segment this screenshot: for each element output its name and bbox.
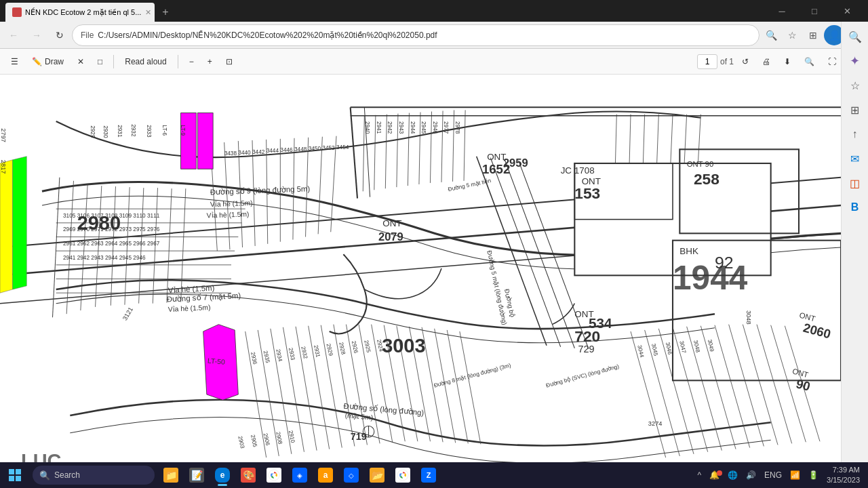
tabs-area: NỀN KDC Ecotow 2 mặt tiền ql 5... ✕ + xyxy=(5,0,766,22)
pdf-page-controls: of 1 xyxy=(697,54,734,69)
pdf-draw-button[interactable]: ✏️ Draw xyxy=(26,52,69,71)
svg-text:2963: 2963 xyxy=(91,241,104,247)
taskbar-app-folder[interactable]: 📂 xyxy=(365,463,389,487)
tray-wifi[interactable]: 📶 xyxy=(787,470,803,480)
taskbar-app-chrome2[interactable] xyxy=(391,463,415,487)
svg-text:2946: 2946 xyxy=(432,121,438,134)
taskbar-app-amazon[interactable]: a xyxy=(313,463,338,487)
pdf-zoom-in-button[interactable]: + xyxy=(202,52,218,71)
sidebar-office-button[interactable]: ◫ xyxy=(844,172,866,194)
taskbar-search-icon: 🔍 xyxy=(39,470,50,481)
back-button[interactable]: ← xyxy=(3,24,24,46)
taskbar-search-box[interactable]: 🔍 Search xyxy=(33,466,155,485)
favorites-icon-button[interactable]: ☆ xyxy=(782,25,802,45)
taskbar-app-dropbox2[interactable]: ◇ xyxy=(339,463,363,487)
pdf-page-input[interactable] xyxy=(697,54,717,69)
active-tab[interactable]: NỀN KDC Ecotow 2 mặt tiền ql 5... ✕ xyxy=(5,3,155,22)
taskbar-app-zalo[interactable]: Z xyxy=(416,463,441,487)
svg-text:2944: 2944 xyxy=(105,255,118,261)
svg-rect-87 xyxy=(197,113,213,169)
svg-text:2930: 2930 xyxy=(102,125,108,138)
pdf-eraser-button[interactable]: ✕ xyxy=(72,52,90,71)
pdf-full-button[interactable]: ⛶ xyxy=(823,52,842,71)
pdf-zoom-out-button[interactable]: − xyxy=(184,52,199,71)
svg-text:LT-6: LT-6 xyxy=(161,125,167,136)
sidebar-search-button[interactable]: 🔍 xyxy=(844,26,866,47)
svg-text:2945: 2945 xyxy=(119,255,132,261)
pdf-menu-button[interactable]: ☰ xyxy=(5,52,24,71)
svg-text:ONT: ONT xyxy=(382,218,401,228)
sidebar-copilot-button[interactable]: ✦ xyxy=(844,50,866,72)
svg-text:3438: 3438 xyxy=(224,150,237,157)
folder-icon: 📂 xyxy=(370,468,384,483)
zoom-icon-button[interactable]: 🔍 xyxy=(761,25,781,45)
svg-text:2977: 2977 xyxy=(443,121,449,134)
svg-text:3444: 3444 xyxy=(267,148,279,155)
taskbar-app-chrome[interactable] xyxy=(262,463,286,487)
tray-time-date[interactable]: 7:39 AM 3/15/2023 xyxy=(824,465,863,486)
url-text: C:/Users/ADMIN/Desktop/NỀN%20KDC%20Ecoto… xyxy=(98,30,751,40)
svg-text:2969: 2969 xyxy=(63,226,76,232)
taskbar-app-file-explorer[interactable]: 📁 xyxy=(159,463,183,487)
tab-title: NỀN KDC Ecotow 2 mặt tiền ql 5... xyxy=(25,8,141,17)
svg-text:3274: 3274 xyxy=(648,421,663,428)
svg-text:2973: 2973 xyxy=(119,226,132,232)
maximize-button[interactable]: □ xyxy=(799,0,830,22)
svg-text:719: 719 xyxy=(351,431,367,442)
tray-area: ^ 🔔 🌐 🔊 ENG 📶 🔋 7:39 AM 3/15/2023 xyxy=(694,465,868,486)
pdf-highlight-button[interactable]: □ xyxy=(92,52,108,71)
chrome2-icon xyxy=(395,468,410,483)
new-tab-button[interactable]: + xyxy=(156,3,175,22)
tray-network[interactable]: 🌐 xyxy=(725,470,741,480)
tab-favicon xyxy=(12,7,22,17)
pdf-fit-button[interactable]: ⊡ xyxy=(220,52,238,71)
url-bar[interactable]: File C:/Users/ADMIN/Desktop/NỀN%20KDC%20… xyxy=(72,24,760,46)
taskbar-app-edge[interactable]: e xyxy=(210,463,235,487)
minimize-button[interactable]: ─ xyxy=(766,0,797,22)
pdf-search-button[interactable]: 🔍 xyxy=(799,52,820,71)
svg-text:3105: 3105 xyxy=(63,213,76,219)
notepad-icon: 📝 xyxy=(189,468,204,483)
refresh-button[interactable]: ↻ xyxy=(49,24,71,46)
svg-text:LT-9: LT-9 xyxy=(180,125,186,136)
tray-volume[interactable]: 🔊 xyxy=(743,470,759,480)
window-controls: ─ □ ✕ xyxy=(766,0,863,22)
close-button[interactable]: ✕ xyxy=(831,0,863,22)
collections-icon-button[interactable]: ⊞ xyxy=(803,25,823,45)
paint-icon: 🎨 xyxy=(241,468,256,483)
dropbox-icon: ◈ xyxy=(292,468,307,483)
taskbar-app-dropbox[interactable]: ◈ xyxy=(288,463,312,487)
tab-close-button[interactable]: ✕ xyxy=(145,8,151,17)
svg-text:3108: 3108 xyxy=(105,213,118,219)
svg-text:258: 258 xyxy=(694,170,719,188)
pdf-page: Đường số 9 (lòng đường 5m) Vỉa hè (1.5m)… xyxy=(0,75,841,462)
tray-battery[interactable]: 🔋 xyxy=(806,470,821,480)
svg-text:LUC: LUC xyxy=(21,451,62,463)
start-button[interactable] xyxy=(0,462,30,488)
forward-button[interactable]: → xyxy=(26,24,47,46)
svg-text:2970: 2970 xyxy=(77,226,90,232)
svg-text:2964: 2964 xyxy=(105,241,118,247)
svg-text:729: 729 xyxy=(578,344,595,354)
sidebar-collections-button[interactable]: ⊞ xyxy=(844,99,866,121)
svg-text:2943: 2943 xyxy=(91,255,104,261)
pdf-print-button[interactable]: 🖨 xyxy=(757,52,776,71)
pdf-content-area: Đường số 9 (lòng đường 5m) Vỉa hè (1.5m)… xyxy=(0,75,841,462)
pdf-download-button[interactable]: ⬇ xyxy=(778,52,796,71)
sidebar-bing-button[interactable]: B xyxy=(844,197,866,218)
svg-point-224 xyxy=(401,474,405,477)
sidebar-share-button[interactable]: ↑ xyxy=(844,123,866,145)
taskbar-app-notepad[interactable]: 📝 xyxy=(184,463,209,487)
svg-text:2971: 2971 xyxy=(91,226,104,232)
taskbar-app-paint[interactable]: 🎨 xyxy=(236,463,260,487)
tray-language[interactable]: ENG xyxy=(762,470,785,480)
file-explorer-icon: 📁 xyxy=(163,468,178,483)
titlebar: NỀN KDC Ecotow 2 mặt tiền ql 5... ✕ + ─ … xyxy=(0,0,868,22)
svg-text:2976: 2976 xyxy=(147,226,160,232)
pdf-read-aloud-button[interactable]: Read aloud xyxy=(119,52,172,71)
tray-show-hidden[interactable]: ^ xyxy=(694,470,704,480)
pdf-rotate-button[interactable]: ↺ xyxy=(736,52,754,71)
tray-notifications[interactable]: 🔔 xyxy=(707,470,722,480)
sidebar-outlook-button[interactable]: ✉ xyxy=(844,148,866,169)
sidebar-favorites-button[interactable]: ☆ xyxy=(844,75,866,96)
